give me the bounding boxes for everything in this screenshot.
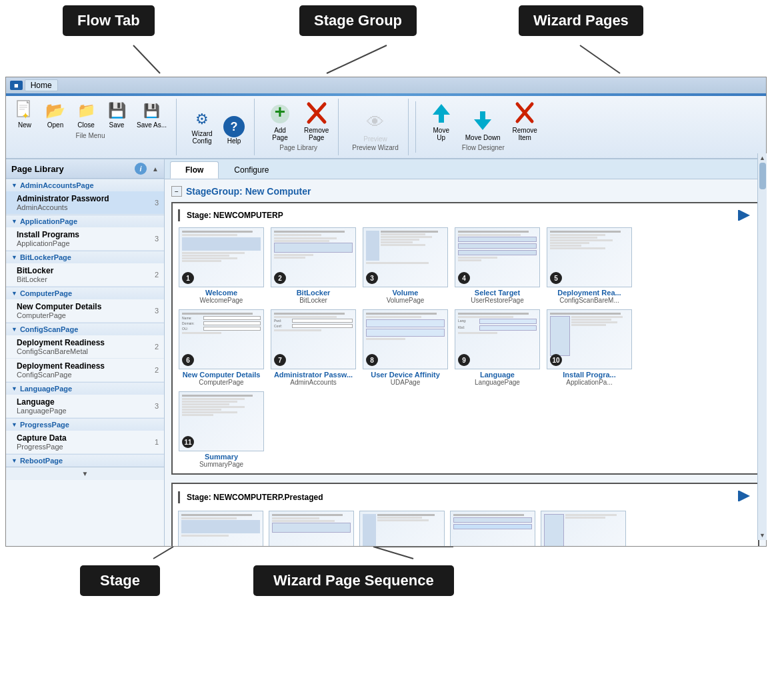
stage-prestaged: Stage: NEWCOMPUTERP.Prestaged — [171, 483, 759, 546]
collapse-stage-group[interactable]: − — [171, 186, 182, 197]
page-num-11: 11 — [182, 436, 194, 448]
prestaged-page-2[interactable] — [269, 511, 354, 546]
page-type-8: UDAPage — [391, 379, 420, 386]
page-card-5[interactable]: 5 Deployment Rea... ConfigScanBareM... — [546, 227, 633, 304]
new-button[interactable]: ✦ New — [11, 99, 38, 130]
stage-flag-prestaged — [737, 489, 753, 505]
pl-item-install-programs[interactable]: Install Programs ApplicationPage 3 — [6, 227, 164, 251]
ribbon: ✦ New 📂 Open 📁 Close 💾 — [6, 96, 766, 159]
stage-flag-newcomp — [737, 209, 753, 222]
remove-page-label: RemovePage — [304, 127, 329, 141]
collapse-icon-computer: ▼ — [11, 290, 17, 297]
stage-newcomp: Stage: NEWCOMPUTERP — [171, 202, 759, 475]
stage-header-prestaged: Stage: NEWCOMPUTERP.Prestaged — [178, 489, 753, 505]
page-card-3[interactable]: 3 Volume VolumePage — [362, 227, 449, 304]
scrollbar-thumb[interactable] — [759, 163, 766, 189]
category-header-app[interactable]: ▼ ApplicationPage — [6, 215, 164, 227]
wizard-config-button[interactable]: ⚙ WizardConfig — [187, 107, 217, 146]
move-down-button[interactable]: Move Down — [463, 106, 503, 143]
page-card-11[interactable]: 11 Summary SummaryPage — [178, 391, 265, 468]
open-button[interactable]: 📂 Open — [42, 99, 69, 130]
help-button[interactable]: ? Help — [221, 115, 247, 146]
save-as-button[interactable]: 💾 Save As... — [134, 99, 169, 130]
prestaged-page-1[interactable] — [178, 511, 263, 546]
wizard-config-icon: ⚙ — [191, 109, 213, 130]
pl-item-page-deploy-s: ConfigScanPage — [17, 371, 105, 379]
prestaged-page-4[interactable] — [450, 511, 535, 546]
svg-line-24 — [373, 547, 413, 559]
category-header-language[interactable]: ▼ LanguagePage — [6, 382, 164, 395]
app-menu-btn[interactable]: ■ — [10, 81, 23, 90]
scrollbar-down[interactable]: ▼ — [759, 532, 765, 539]
ribbon-group-wizard: ⚙ WizardConfig ? Help — [181, 99, 255, 155]
page-thumb-1: 1 — [179, 227, 264, 287]
save-as-label: Save As... — [137, 121, 167, 129]
pl-item-capture-data[interactable]: Capture Data ProgressPage 1 — [6, 431, 164, 454]
remove-page-button[interactable]: RemovePage — [301, 99, 331, 143]
add-page-icon: + — [268, 100, 292, 127]
category-header-computer[interactable]: ▼ ComputerPage — [6, 287, 164, 299]
pl-item-language[interactable]: Language LanguagePage 3 — [6, 395, 164, 418]
page-num-5: 5 — [550, 272, 562, 284]
move-up-button[interactable]: MoveUp — [427, 99, 456, 143]
pages-row-3: 11 Summary SummaryPage — [178, 391, 753, 468]
remove-page-icon — [305, 100, 329, 127]
pl-item-count-admin: 3 — [155, 199, 159, 207]
page-card-10[interactable]: 10 Install Progra... ApplicationPa... — [546, 309, 633, 386]
flow-content: − StageGroup: New Computer Stage: NEWCOM… — [165, 179, 766, 546]
flow-tab-bar: Flow Configure — [165, 159, 766, 179]
pl-item-page-app: ApplicationPage — [17, 239, 79, 247]
category-header-admin[interactable]: ▼ AdminAccountsPage — [6, 179, 164, 191]
svg-marker-16 — [474, 119, 491, 130]
prestaged-page-3[interactable] — [359, 511, 445, 546]
tab-flow[interactable]: Flow — [170, 161, 219, 179]
page-type-3: VolumePage — [387, 297, 425, 304]
svg-marker-22 — [739, 491, 750, 501]
page-type-6: ComputerPage — [199, 379, 243, 386]
pl-item-count-capture: 1 — [155, 438, 159, 446]
prestaged-page-5[interactable] — [541, 511, 626, 546]
remove-item-button[interactable]: RemoveItem — [510, 99, 540, 143]
save-as-icon: 💾 — [141, 100, 163, 121]
page-type-11: SummaryPage — [199, 461, 243, 468]
pl-item-name-deploy-s: Deployment Readiness — [17, 361, 105, 371]
category-header-reboot[interactable]: ▼ RebootPage — [6, 454, 164, 467]
close-button[interactable]: 📁 Close — [73, 99, 99, 130]
pl-item-admin-password[interactable]: Administrator Password AdminAccounts 3 — [6, 191, 164, 215]
annotation-wps-bottom: Wizard Page Sequence — [253, 565, 454, 596]
category-header-configscan[interactable]: ▼ ConfigScanPage — [6, 323, 164, 335]
add-page-button[interactable]: + AddPage — [265, 99, 295, 143]
category-header-progress[interactable]: ▼ ProgressPage — [6, 418, 164, 431]
page-card-4[interactable]: 4 Select Target UserRestorePage — [454, 227, 541, 304]
category-header-bitlocker[interactable]: ▼ BitLockerPage — [6, 251, 164, 263]
collapse-icon-bitlocker: ▼ — [11, 254, 17, 261]
remove-item-icon — [513, 100, 537, 127]
page-num-3: 3 — [366, 272, 378, 284]
pl-item-page-computer: ComputerPage — [17, 311, 101, 319]
category-configscan: ▼ ConfigScanPage Deployment Readiness Co… — [6, 323, 164, 382]
page-card-2[interactable]: 2 BitLocker BitLocker — [270, 227, 357, 304]
flow-designer-label: Flow Designer — [462, 144, 505, 151]
scrollbar-up[interactable]: ▲ — [759, 155, 765, 161]
page-name-5: Deployment Rea... — [557, 289, 621, 297]
page-card-8[interactable]: 8 User Device Affinity UDAPage — [362, 309, 449, 386]
pl-item-deploy-baremetal[interactable]: Deployment Readiness ConfigScanBareMetal… — [6, 335, 164, 359]
page-card-6[interactable]: Name: Domain: OU: — [178, 309, 265, 386]
tab-configure[interactable]: Configure — [219, 161, 284, 179]
category-application: ▼ ApplicationPage Install Programs Appli… — [6, 215, 164, 251]
save-button[interactable]: 💾 Save — [103, 99, 130, 130]
preview-button[interactable]: 👁 Preview — [359, 107, 391, 144]
page-card-7[interactable]: Pwd: Conf: 7 — [270, 309, 357, 386]
page-num-8: 8 — [366, 354, 378, 366]
pl-item-bitlocker[interactable]: BitLocker BitLocker 2 — [6, 263, 164, 287]
pl-item-deploy-scan[interactable]: Deployment Readiness ConfigScanPage 2 — [6, 359, 164, 382]
home-tab-label[interactable]: Home — [25, 79, 58, 91]
pl-scroll-down[interactable]: ▼ — [6, 467, 164, 480]
page-card-9[interactable]: Lang: Kbd: 9 — [454, 309, 541, 386]
svg-rect-19 — [738, 210, 739, 221]
pl-item-new-computer[interactable]: New Computer Details ComputerPage 3 — [6, 299, 164, 323]
page-num-2: 2 — [274, 272, 286, 284]
page-num-6: 6 — [182, 354, 194, 366]
pl-scroll-up[interactable]: ▲ — [152, 165, 159, 173]
page-card-1[interactable]: 1 Welcome WelcomePage — [178, 227, 265, 304]
